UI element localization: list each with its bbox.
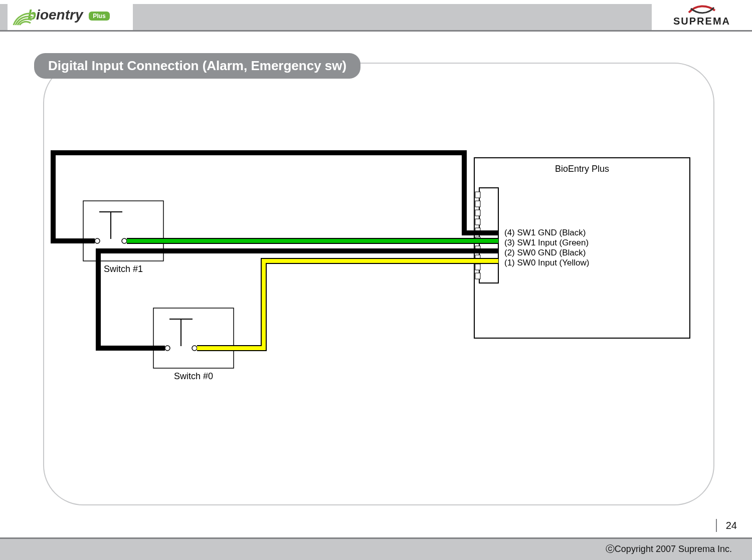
svg-point-17	[165, 346, 170, 351]
svg-point-12	[95, 238, 100, 243]
header-rule	[0, 30, 752, 32]
copyright-text: ⓒCopyright 2007 Suprema Inc.	[606, 543, 732, 555]
device-label: BioEntry Plus	[555, 164, 609, 174]
svg-point-13	[122, 238, 127, 243]
pin4-label: (4) SW1 GND (Black)	[504, 228, 586, 237]
pin2-label: (2) SW0 GND (Black)	[504, 248, 586, 257]
logo-bioentry: bioentry Plus	[8, 0, 133, 30]
svg-rect-9	[475, 264, 480, 270]
logo-plus-pill: Plus	[89, 12, 109, 21]
wiring-diagram: BioEntry Plus (4) SW1 GND (Black) (3) SW…	[43, 63, 712, 503]
svg-rect-16	[153, 308, 234, 368]
page-title: Digital Input Connection (Alarm, Emergen…	[34, 53, 360, 79]
switch1-label: Switch #1	[104, 264, 143, 274]
pin3-label: (3) SW1 Input (Green)	[504, 238, 589, 247]
switch0-label: Switch #0	[174, 371, 213, 381]
fingerprint-icon	[11, 2, 37, 28]
svg-rect-1	[475, 192, 480, 198]
switch1-box: Switch #1	[83, 201, 163, 274]
logo-suprema: SUPREMA	[652, 0, 752, 30]
svg-rect-3	[475, 210, 480, 216]
svg-rect-4	[475, 219, 480, 225]
wire-sw0-input	[197, 261, 498, 348]
page-number: 24	[716, 519, 737, 532]
suprema-swoosh-icon	[687, 4, 717, 16]
svg-rect-10	[475, 273, 480, 279]
switch0-box: Switch #0	[153, 308, 234, 381]
logo-suprema-text: SUPREMA	[673, 16, 730, 27]
pin1-label: (1) SW0 Input (Yellow)	[504, 258, 589, 267]
svg-point-18	[192, 346, 197, 351]
svg-rect-2	[475, 201, 480, 207]
logo-bioentry-text: bioentry Plus	[28, 7, 110, 23]
